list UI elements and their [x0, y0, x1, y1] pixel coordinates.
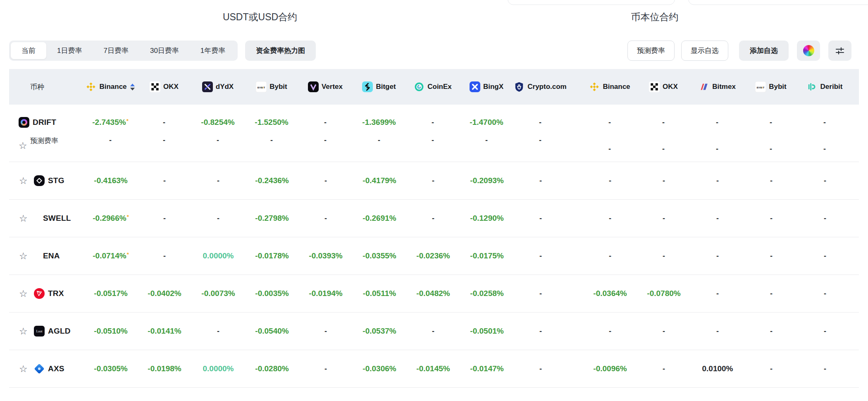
coin-column-bybit[interactable]: BYBITBybit [744, 81, 798, 92]
rate-cell: - [324, 365, 327, 373]
rate-cell: - [824, 289, 826, 298]
usdt-column-vertex[interactable]: Vertex [298, 81, 352, 92]
coin-row-ena[interactable]: ☆ ENA [10, 251, 60, 261]
coin-row-trx[interactable]: ☆ TRX [10, 288, 64, 299]
rate-cell: - [823, 145, 826, 153]
predicted-rate-toggle-button[interactable]: 预测费率 [627, 41, 675, 61]
tab-period-2[interactable]: 7日费率 [93, 42, 139, 59]
settlement-asterisk: * [127, 251, 129, 258]
tab-period-0[interactable]: 当前 [11, 42, 46, 59]
rate-cell: - [378, 136, 380, 145]
rate-cell: -0.0780% [647, 289, 680, 298]
rate-cell: - [663, 252, 665, 260]
rate-cell: - [324, 118, 327, 127]
color-theme-button[interactable] [797, 41, 820, 61]
favorite-star-icon[interactable]: ☆ [19, 141, 30, 150]
rate-cell: - [824, 327, 826, 336]
rate-cell: -0.0714%* [93, 251, 129, 260]
rate-cell: -0.0364% [593, 289, 627, 298]
coin-column-deribit[interactable]: Deribit [798, 81, 851, 92]
rate-cell: -0.0258% [470, 289, 503, 298]
table-row: ☆ TRX -0.0517%-0.0402%-0.0073%-0.0035%-0… [9, 275, 859, 313]
bitget-icon [362, 81, 373, 92]
rate-cell: -0.0537% [362, 327, 396, 336]
show-favorites-button[interactable]: 显示自选 [681, 41, 728, 61]
usdt-column-okx[interactable]: OKX [137, 81, 191, 92]
rate-cell: - [662, 118, 665, 127]
tab-period-4[interactable]: 1年费率 [190, 42, 236, 59]
favorite-star-icon[interactable]: ☆ [19, 176, 31, 186]
rate-cell: -0.0355% [362, 251, 396, 260]
favorite-star-icon[interactable]: ☆ [19, 364, 31, 374]
coin-column-header: 币种 [9, 82, 83, 92]
table-row: ☆ STG -0.4163%---0.2436%--0.4179%--0.209… [9, 162, 859, 200]
okx-icon [150, 81, 160, 92]
rate-cell: - [770, 252, 773, 260]
rate-cell: - [770, 214, 773, 223]
table-row: ☆ AXS -0.0305%-0.0198%0.0000%-0.0280%--0… [9, 350, 859, 388]
drift-coin-icon [19, 117, 29, 128]
agld-coin-icon: Loot [34, 326, 45, 337]
rate-cell: - [539, 118, 541, 127]
coin-column-okx[interactable]: OKX [637, 81, 690, 92]
usdt-column-cryptocom[interactable]: Crypto.com [513, 81, 567, 92]
rate-cell: - [770, 327, 773, 336]
rate-cell: -0.8254% [201, 118, 234, 127]
tab-period-1[interactable]: 1日费率 [46, 42, 93, 59]
rate-cell: - [432, 118, 434, 127]
predicted-rate-subrow: 预测费率 --------- ----- [9, 136, 859, 162]
usdt-column-dydx[interactable]: dYdX [191, 81, 245, 92]
coin-row-drift[interactable]: DRIFT [9, 117, 56, 128]
rate-cell: -0.0501% [470, 327, 503, 336]
toolbar: 当前1日费率7日费率30日费率1年费率 资金费率热力图 预测费率 显示自选 添加… [9, 41, 851, 61]
coin-row-swell[interactable]: ☆ SWELL [10, 214, 71, 223]
rate-cell: - [324, 327, 327, 336]
rate-cell: -0.2436% [255, 176, 289, 185]
rate-cell: - [109, 136, 112, 145]
deribit-icon [807, 81, 818, 92]
favorite-star-icon[interactable]: ☆ [19, 327, 31, 336]
coin-column-binance[interactable]: Binance [583, 81, 637, 92]
usdt-column-coinex[interactable]: CoinEx [406, 81, 460, 92]
period-tab-group: 当前1日费率7日费率30日费率1年费率 [9, 41, 238, 61]
coin-row-stg[interactable]: ☆ STG [10, 175, 64, 186]
filter-settings-button[interactable] [828, 41, 851, 61]
rate-cell: -0.0175% [470, 251, 503, 260]
rate-cell: - [716, 327, 719, 336]
usdt-column-bybit[interactable]: BYBITBybit [245, 81, 298, 92]
rate-cell: -0.0147% [470, 364, 503, 373]
rate-cell: - [324, 177, 327, 185]
rate-cell: -0.0141% [148, 327, 181, 336]
favorite-star-icon[interactable]: ☆ [19, 251, 31, 261]
rate-cell: -0.4179% [362, 176, 396, 185]
rate-cell: -0.0096% [593, 364, 627, 373]
rate-cell: -1.4700% [470, 118, 503, 127]
favorite-star-icon[interactable]: ☆ [19, 289, 31, 298]
tab-period-3[interactable]: 30日费率 [139, 42, 190, 59]
favorite-star-icon[interactable]: ☆ [19, 214, 31, 223]
rate-cell: - [716, 118, 718, 127]
rate-cell: - [539, 289, 542, 298]
usdt-column-binance[interactable]: Binance [83, 81, 137, 92]
rate-cell: - [608, 118, 611, 127]
coin-row-axs[interactable]: ☆ AXS [10, 363, 64, 374]
rate-cell: -0.1290% [470, 214, 503, 223]
rate-cell: - [824, 177, 826, 185]
coin-row-agld[interactable]: ☆ Loot AGLD [10, 326, 71, 337]
rate-cell: - [662, 145, 665, 153]
rate-cell: - [716, 177, 719, 185]
rate-cell: 0.0100% [702, 364, 733, 373]
coin-column-bitmex[interactable]: Bitmex [690, 81, 744, 92]
heatmap-button[interactable]: 资金费率热力图 [245, 41, 316, 61]
rate-cell: -0.2691% [362, 214, 396, 223]
usdt-column-bingx[interactable]: BingX [460, 81, 513, 92]
rate-cell: -0.2093% [470, 176, 503, 185]
binance-icon [589, 81, 600, 92]
rate-cell: -0.0305% [94, 364, 127, 373]
rate-cell: -0.4163% [94, 176, 127, 185]
rate-cell: - [217, 214, 219, 223]
usdt-column-bitget[interactable]: Bitget [352, 81, 406, 92]
okx-icon [649, 81, 660, 92]
add-favorites-button[interactable]: 添加自选 [739, 41, 789, 61]
rate-cell: -0.2966%* [93, 214, 129, 223]
